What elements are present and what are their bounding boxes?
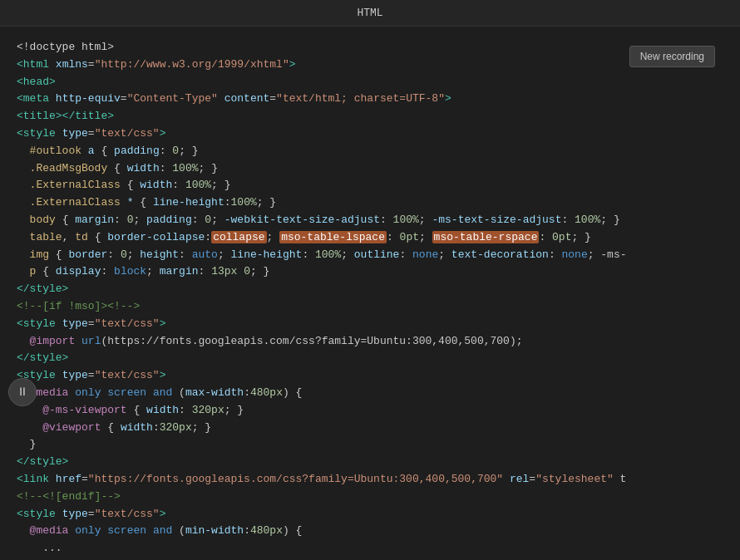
code-line-4: <meta http-equiv="Content-Type" content=… [17, 91, 723, 108]
code-line-22: @-ms-viewport { width: 320px; } [17, 402, 723, 420]
code-line-23: @viewport { width:320px; } [17, 420, 723, 437]
code-line-30: ... [17, 540, 723, 557]
code-line-18: @import url(https://fonts.googleapis.com… [17, 333, 723, 351]
code-line-13: img { border: 0; height: auto; line-heig… [17, 247, 723, 264]
code-line-11: body { margin: 0; padding: 0; -webkit-te… [17, 212, 723, 229]
code-line-1: <!doctype html> [17, 39, 723, 56]
code-line-3: <head> [17, 74, 723, 91]
top-bar: HTML [0, 0, 740, 27]
code-line-5: <title></title> [17, 108, 723, 125]
code-line-10: .ExternalClass * { line-height:100%; } [17, 194, 723, 212]
code-line-9: .ExternalClass { width: 100%; } [17, 177, 723, 194]
play-button[interactable]: ⏸ [8, 378, 37, 406]
code-line-14: p { display: block; margin: 13px 0; } [17, 263, 723, 281]
code-line-24: } [17, 436, 723, 454]
code-line-29: @media only screen and (min-width:480px)… [17, 523, 723, 540]
code-line-17: <style type="text/css"> [17, 316, 723, 333]
code-line-2: <html xmlns="http://www.w3.org/1999/xhtm… [17, 56, 723, 74]
code-line-19: </style> [17, 350, 723, 367]
code-area: <!doctype html> <html xmlns="http://www.… [0, 27, 740, 557]
top-bar-title: HTML [357, 7, 382, 19]
code-line-7: #outlook a { padding: 0; } [17, 143, 723, 160]
code-line-27: <!--<![endif]--> [17, 489, 723, 506]
code-line-21: @media only screen and (max-width:480px)… [17, 385, 723, 402]
code-line-12: table, td { border-collapse:collapse; ms… [17, 229, 723, 247]
code-line-15: </style> [17, 281, 723, 298]
code-line-25: </style> [17, 454, 723, 471]
code-line-6: <style type="text/css"> [17, 125, 723, 143]
code-line-20: <style type="text/css"> [17, 367, 723, 385]
code-line-28: <style type="text/css"> [17, 506, 723, 523]
play-icon: ⏸ [17, 386, 28, 399]
code-line-26: <link href="https://fonts.googleapis.com… [17, 471, 723, 489]
code-line-16: <!--[if !mso]><!--> [17, 298, 723, 316]
code-line-8: .ReadMsgBody { width: 100%; } [17, 160, 723, 178]
